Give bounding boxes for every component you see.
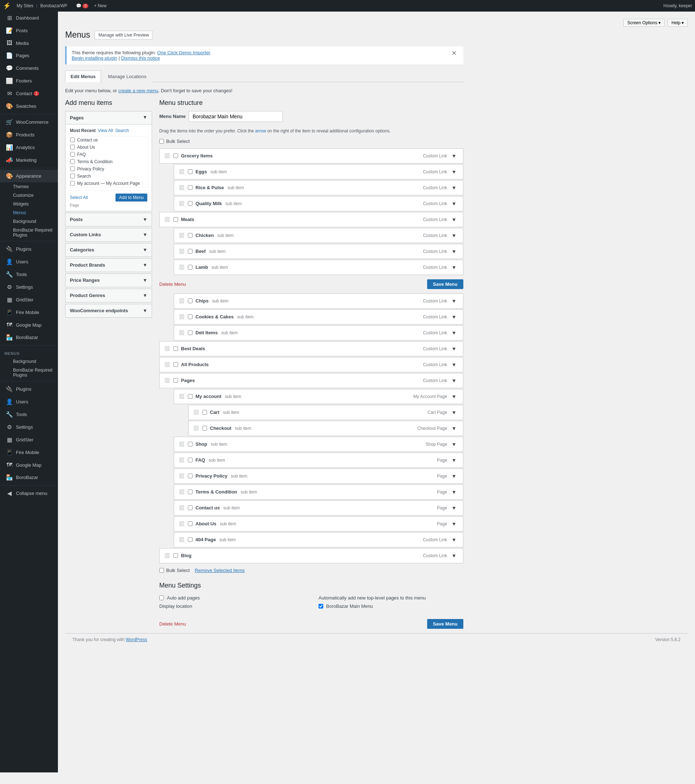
menu-item-expand-my-account[interactable]: ▼ [450, 393, 458, 400]
page-checkbox-terms[interactable] [70, 159, 75, 164]
accordion-product-brands-header[interactable]: Product Brands ▼ [66, 259, 152, 272]
menu-item-terms-condition[interactable]: Terms & Condition sub item Page ▼ [174, 484, 463, 500]
sidebar-item-contact[interactable]: ✉ Contact 1 [0, 87, 58, 100]
menu-item-checkbox-eggs[interactable] [188, 169, 193, 174]
sidebar-item-gridster2[interactable]: ▦ GridSter [0, 433, 58, 446]
delete-menu-link-bottom[interactable]: Delete Menu [159, 621, 186, 627]
sidebar-subitem-customize[interactable]: Customize [0, 191, 58, 200]
select-all-link[interactable]: Select All [70, 195, 87, 200]
menu-item-my-account[interactable]: My account sub item My Account Page ▼ [174, 389, 463, 404]
sidebar-item-google-map[interactable]: 🗺 Google Map [0, 319, 58, 331]
menu-item-privacy-policy[interactable]: Privacy Policy sub item Page ▼ [174, 468, 463, 484]
menu-item-expand-about-us[interactable]: ▼ [450, 520, 458, 527]
sidebar-item-tools[interactable]: 🔧 Tools [0, 268, 58, 281]
menu-item-cart[interactable]: Cart sub item Cart Page ▼ [188, 405, 463, 420]
accordion-price-ranges-header[interactable]: Price Ranges ▼ [66, 274, 152, 287]
menu-item-expand-privacy-policy[interactable]: ▼ [450, 473, 458, 480]
page-checkbox-faq[interactable] [70, 152, 75, 156]
menu-item-checkbox-checkout[interactable] [202, 426, 207, 430]
sidebar-item-fire-mobile[interactable]: 📱 Fire Mobile [0, 306, 58, 319]
create-new-menu-link[interactable]: create a new menu [118, 88, 158, 93]
menu-name-input[interactable] [188, 111, 283, 122]
bulk-select-checkbox-top[interactable] [159, 139, 164, 143]
help-button[interactable]: Help ▾ [667, 19, 688, 27]
sidebar-item-swatches[interactable]: 🎨 Swatches [0, 100, 58, 112]
menu-item-expand-cart[interactable]: ▼ [450, 409, 458, 416]
menu-item-expand-404-page[interactable]: ▼ [450, 536, 458, 544]
menu-item-404-page[interactable]: 404 Page sub item Custom Link ▼ [174, 532, 463, 547]
menu-item-checkbox-best-deals[interactable] [173, 346, 178, 351]
sidebar-item-plugins[interactable]: 🔌 Plugins [0, 243, 58, 255]
sidebar-item-analytics[interactable]: 📊 Analytics [0, 141, 58, 154]
page-checkbox-contact-us[interactable] [70, 137, 75, 142]
menu-item-checkbox-deli-items[interactable] [188, 330, 193, 335]
sidebar-item-borobazar[interactable]: 🏪 BoroBazar [0, 331, 58, 344]
menu-item-checkbox-privacy-policy[interactable] [188, 474, 193, 478]
pages-tab-search[interactable]: Search [115, 128, 129, 133]
accordion-posts-header[interactable]: Posts ▼ [66, 213, 152, 226]
sidebar-item-appearance[interactable]: 🎨 Appearance [0, 170, 58, 182]
sidebar-item-footers[interactable]: ⬜ Footers [0, 74, 58, 87]
accordion-product-genres-header[interactable]: Product Genres ▼ [66, 289, 152, 302]
sidebar-subitem-menus[interactable]: Menus [0, 208, 58, 217]
menu-item-pages-item[interactable]: Pages Custom Link ▼ [159, 373, 463, 388]
adminbar-new-link[interactable]: + New [91, 3, 109, 8]
menu-item-checkout[interactable]: Checkout sub item Checkout Page ▼ [188, 421, 463, 436]
sidebar-item-settings[interactable]: ⚙ Settings [0, 281, 58, 293]
menu-item-checkbox-terms-condition[interactable] [188, 489, 193, 494]
menu-item-expand-cookies-cakes[interactable]: ▼ [450, 313, 458, 321]
menu-item-all-products[interactable]: All Products Custom Link ▼ [159, 357, 463, 372]
menu-item-checkbox-chips[interactable] [188, 298, 193, 303]
save-menu-button-bottom[interactable]: Save Menu [427, 619, 463, 629]
sidebar-item-products[interactable]: 📦 Products [0, 128, 58, 141]
page-checkbox-search[interactable] [70, 174, 75, 178]
sidebar-item-gridster[interactable]: ▦ GridSter [0, 293, 58, 306]
sidebar-subitem-themes[interactable]: Themes [0, 182, 58, 191]
sidebar-item-settings2[interactable]: ⚙ Settings [0, 421, 58, 433]
sidebar-item-borobazar2[interactable]: 🏪 BoroBazar [0, 471, 58, 484]
sidebar-item-collapse[interactable]: ◀ Collapse menu [0, 487, 58, 500]
menu-item-cookies-cakes[interactable]: Cookies & Cakes sub item Custom Link ▼ [174, 309, 463, 324]
sidebar-item-dashboard[interactable]: ⊞ Dashboard [0, 12, 58, 24]
pages-tab-view-all[interactable]: View All [98, 128, 113, 133]
menu-item-checkbox-rice-pulse[interactable] [188, 185, 193, 190]
sidebar-item-woocommerce[interactable]: 🛒 WooCommerce [0, 116, 58, 128]
menu-item-expand-rice-pulse[interactable]: ▼ [450, 184, 458, 191]
menu-item-eggs[interactable]: Eggs sub item Custom Link ▼ [174, 164, 463, 180]
notice-dismiss-link[interactable]: Dismiss this notice [121, 55, 160, 61]
menu-item-shop[interactable]: Shop sub item Shop Page ▼ [174, 436, 463, 452]
bulk-select-checkbox-bottom[interactable] [159, 568, 164, 573]
menu-item-expand-all-products[interactable]: ▼ [450, 361, 458, 368]
sidebar-item-plugins2[interactable]: 🔌 Plugins [0, 383, 58, 395]
menu-item-rice-pulse[interactable]: Rice & Pulse sub item Custom Link ▼ [174, 180, 463, 195]
menu-item-expand-terms-condition[interactable]: ▼ [450, 488, 458, 496]
my-sites-link[interactable]: My Sites [14, 3, 36, 8]
menu-item-checkbox-beef[interactable] [188, 249, 193, 254]
sidebar-subitem-background[interactable]: Background [0, 217, 58, 226]
menu-item-expand-chicken[interactable]: ▼ [450, 232, 458, 239]
menu-item-contact-us[interactable]: Contact us sub item Page ▼ [174, 501, 463, 516]
sidebar-item-media[interactable]: 🖼 Media [0, 37, 58, 49]
menu-item-expand-eggs[interactable]: ▼ [450, 168, 458, 175]
accordion-categories-header[interactable]: Categories ▼ [66, 244, 152, 257]
menu-item-faq[interactable]: FAQ sub item Page ▼ [174, 453, 463, 468]
notice-install-link[interactable]: Begin installing plugin [72, 55, 117, 61]
sidebar-item-comments[interactable]: 💬 Comments [0, 62, 58, 74]
tab-manage-locations[interactable]: Manage Locations [102, 71, 152, 82]
sidebar-subitem-widgets[interactable]: Widgets [0, 200, 58, 208]
auto-add-pages-checkbox[interactable] [159, 596, 164, 600]
menu-item-about-us[interactable]: About Us sub item Page ▼ [174, 516, 463, 532]
menu-item-expand-beef[interactable]: ▼ [450, 248, 458, 255]
menu-item-checkbox-blog[interactable] [173, 553, 178, 558]
menu-item-expand-chips[interactable]: ▼ [450, 297, 458, 305]
menu-item-quality-milk[interactable]: Quality Milk sub item Custom Link ▼ [174, 196, 463, 211]
menu-item-expand-contact-us[interactable]: ▼ [450, 504, 458, 512]
menu-item-expand-meats[interactable]: ▼ [450, 216, 458, 223]
menu-item-checkbox-cart[interactable] [202, 410, 207, 415]
menu-item-expand-quality-milk[interactable]: ▼ [450, 200, 458, 207]
menu-item-expand-best-deals[interactable]: ▼ [450, 345, 458, 352]
menu-item-checkbox-my-account[interactable] [188, 394, 193, 399]
notice-plugin-link[interactable]: One Click Demo Importer [157, 50, 210, 55]
sidebar-item-borobazar-plugins2[interactable]: BoroBazar Required Plugins [0, 366, 58, 379]
menu-item-expand-checkout[interactable]: ▼ [450, 425, 458, 432]
